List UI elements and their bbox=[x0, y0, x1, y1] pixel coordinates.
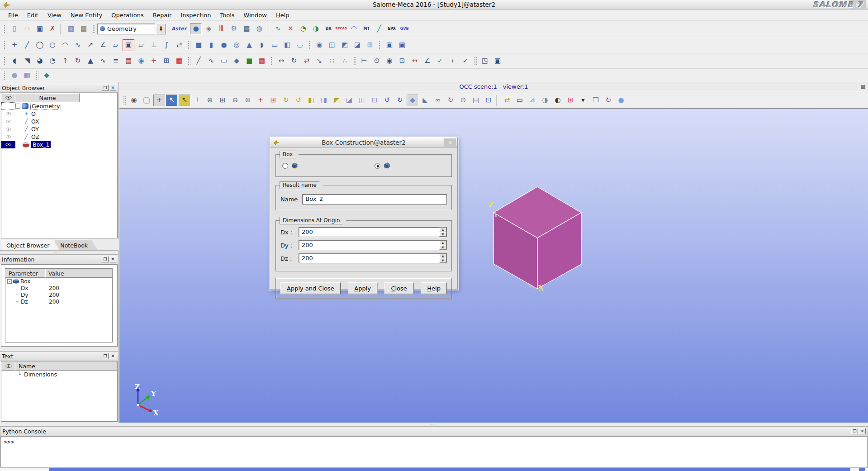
snapshot-icon[interactable]: ⊙ bbox=[457, 95, 469, 106]
info-item-dx[interactable]: ┈ Dx 200 bbox=[5, 285, 112, 291]
graduated-axes-icon[interactable]: ⊿ bbox=[526, 95, 538, 106]
dimensions-radio[interactable] bbox=[375, 163, 380, 169]
window-titlebar[interactable]: Salome-Meca 2016 - [Study1]@ataster2 bbox=[0, 0, 868, 10]
angle-icon[interactable]: ∠ bbox=[422, 55, 433, 67]
code-swirl-module-icon[interactable]: ◠ bbox=[348, 23, 360, 35]
epcas-module-icon[interactable]: EPCAS bbox=[335, 23, 347, 35]
fillet-2d-icon[interactable]: ◔ bbox=[47, 55, 58, 67]
rotate-op-icon[interactable]: ↻ bbox=[288, 55, 300, 67]
scale-icon[interactable]: ↘ bbox=[313, 55, 325, 67]
disk-icon[interactable]: ◗ bbox=[256, 39, 268, 51]
tree-item-geometry[interactable]: - Geometry bbox=[1, 102, 117, 110]
mirror-icon[interactable]: ⇄ bbox=[301, 55, 313, 67]
tab-notebook[interactable]: NoteBook bbox=[55, 240, 98, 250]
curve-icon[interactable]: ∿ bbox=[72, 39, 84, 51]
cut-icon[interactable]: ◩ bbox=[339, 39, 351, 51]
zoom-in-icon[interactable]: ⊕ bbox=[242, 95, 254, 106]
menu-new-entity[interactable]: New Entity bbox=[66, 11, 107, 19]
poly-selection-icon[interactable]: ↖ bbox=[179, 95, 190, 106]
epx-module-icon[interactable]: EPX bbox=[386, 23, 398, 35]
global-pan-icon[interactable]: ⊞ bbox=[267, 95, 279, 106]
working-plane-icon[interactable]: ▱ bbox=[135, 39, 147, 51]
paravis-module-icon[interactable]: Ⅲ bbox=[215, 23, 227, 35]
value-column-header[interactable]: Value bbox=[45, 269, 112, 278]
translate-icon[interactable]: ↔ bbox=[275, 55, 287, 67]
local-cs-icon[interactable]: ⊥ bbox=[148, 39, 160, 51]
dimension-value[interactable]: 200 bbox=[299, 254, 439, 263]
build-solid-icon[interactable]: ■ bbox=[243, 55, 255, 67]
fuse-icon[interactable]: ◉ bbox=[313, 39, 325, 51]
interaction-style-icon[interactable]: ◉ bbox=[128, 95, 140, 106]
build-face-icon[interactable]: ▭ bbox=[218, 55, 230, 67]
torus-icon[interactable]: ◎ bbox=[231, 39, 242, 51]
top-view-icon[interactable]: ◩ bbox=[331, 95, 342, 106]
tree-item-box-1[interactable]: Box_1 bbox=[1, 141, 117, 148]
partition-icon[interactable]: ⊞ bbox=[364, 39, 376, 51]
visibility-column-header[interactable] bbox=[1, 362, 15, 371]
rotation-point-icon[interactable]: ↺ bbox=[293, 95, 304, 106]
surface-shape-icon[interactable]: ◆ bbox=[41, 70, 52, 81]
box-1-shape[interactable]: Z X bbox=[486, 181, 590, 296]
two-points-radio[interactable] bbox=[282, 163, 288, 169]
display-window-icon[interactable]: ▣ bbox=[384, 39, 395, 51]
python-console-input[interactable]: >>> bbox=[0, 436, 868, 467]
vector-icon[interactable]: ↗ bbox=[85, 39, 96, 51]
openturns-module-icon[interactable]: ◔ bbox=[297, 23, 309, 35]
aster-logo[interactable]: Aster bbox=[169, 26, 189, 32]
splitter-handle[interactable] bbox=[0, 423, 868, 426]
viewer-close-icon[interactable] bbox=[861, 84, 865, 90]
zoom-out-icon[interactable]: ⊖ bbox=[229, 95, 241, 106]
float-icon[interactable] bbox=[851, 428, 858, 434]
sphere-icon[interactable]: ● bbox=[218, 39, 230, 51]
spin-up-icon[interactable] bbox=[439, 241, 446, 245]
dimension-value[interactable]: 200 bbox=[299, 228, 439, 237]
partition-op-icon[interactable]: ⊞ bbox=[161, 55, 172, 67]
ruler-icon[interactable]: ▭ bbox=[514, 95, 526, 106]
sketcher-3d-icon[interactable]: ▣ bbox=[123, 39, 134, 51]
ellipse-icon[interactable]: ○ bbox=[47, 39, 58, 51]
check-shape-icon[interactable]: ✓ bbox=[460, 55, 471, 67]
fillet-1d-icon[interactable]: ◕ bbox=[34, 55, 46, 67]
scrollbar-thumb[interactable] bbox=[49, 468, 850, 471]
float-icon[interactable] bbox=[102, 353, 109, 359]
spin-up-icon[interactable] bbox=[439, 254, 446, 258]
more-dropdown-icon[interactable]: ▾ bbox=[577, 95, 589, 106]
dimension-spinbox[interactable]: 200 bbox=[299, 253, 447, 263]
thickness-icon[interactable]: ▤ bbox=[123, 55, 134, 67]
prism-op-icon[interactable]: ▲ bbox=[85, 55, 96, 67]
visibility-eye-icon[interactable] bbox=[1, 133, 15, 141]
doc-windows-icon[interactable]: ❐ bbox=[590, 95, 602, 106]
info-item-dz[interactable]: ┈ Dz 200 bbox=[5, 298, 112, 305]
menu-window[interactable]: Window bbox=[239, 11, 271, 19]
tab-object-browser[interactable]: Object Browser bbox=[1, 240, 59, 250]
prism-icon[interactable]: ◧ bbox=[281, 39, 293, 51]
menu-operations[interactable]: Operations bbox=[107, 11, 148, 19]
module-selector-combo[interactable]: Geometry bbox=[97, 24, 155, 34]
visibility-eye-icon[interactable] bbox=[1, 110, 15, 118]
bounding-box-icon[interactable]: ⊡ bbox=[396, 55, 408, 67]
spin-down-icon[interactable] bbox=[439, 258, 446, 263]
shading-icon[interactable]: ◐ bbox=[552, 95, 564, 106]
close-icon[interactable] bbox=[109, 256, 116, 262]
zoom-window-icon[interactable]: ⊞ bbox=[217, 95, 228, 106]
apply-button[interactable]: Apply bbox=[348, 282, 377, 294]
build-compound-icon[interactable]: ▦ bbox=[256, 55, 268, 67]
build-shell-icon[interactable]: ◆ bbox=[231, 55, 242, 67]
ellipsoid-icon[interactable]: ● bbox=[9, 70, 20, 81]
new-window-icon[interactable]: ⊡ bbox=[483, 95, 494, 106]
whatis-icon[interactable]: i bbox=[447, 55, 459, 67]
design-tool-2-icon[interactable]: ▣ bbox=[492, 55, 503, 67]
rect-selection-icon[interactable]: ↖ bbox=[166, 95, 178, 106]
display-window-2-icon[interactable]: ▣ bbox=[396, 39, 408, 51]
open-study-icon[interactable]: ▱ bbox=[21, 23, 33, 35]
expander-icon[interactable]: - bbox=[7, 279, 12, 284]
bottom-view-icon[interactable]: ◪ bbox=[343, 95, 355, 106]
close-icon[interactable] bbox=[859, 428, 866, 434]
expander-icon[interactable]: - bbox=[15, 104, 20, 109]
dialog-titlebar[interactable]: Box Construction@ataster2 bbox=[270, 137, 457, 148]
transfer-data-icon[interactable]: ⇄ bbox=[173, 39, 185, 51]
design-tool-icon[interactable]: ◳ bbox=[479, 55, 491, 67]
horizontal-scrollbar[interactable] bbox=[0, 467, 868, 471]
mouse-icon[interactable]: ◯ bbox=[141, 95, 152, 106]
dialog-close-icon[interactable] bbox=[444, 138, 456, 147]
